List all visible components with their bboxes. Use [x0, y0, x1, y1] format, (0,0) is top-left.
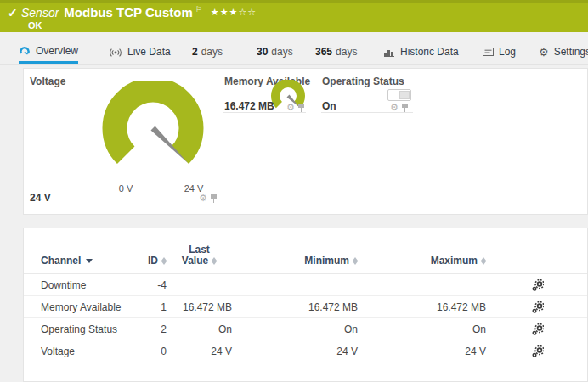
- gear-icon[interactable]: ⚙: [286, 103, 295, 112]
- sensor-status-bar: ✓ SensorModbus TCP Custom⚐★★★☆☆ OK: [0, 0, 588, 32]
- tab-settings[interactable]: ⚙ Settings: [539, 40, 588, 64]
- gauge-icon: [19, 46, 31, 56]
- channel-max: 16.472 MB: [358, 301, 486, 313]
- tab-overview-label: Overview: [36, 45, 78, 57]
- edit-channel-settings-icon[interactable]: [532, 279, 544, 291]
- gauges-panel: Voltage 0 V 24 V 24 V ⚙ Memory Available…: [23, 68, 588, 215]
- gear-icon[interactable]: ⚙: [390, 103, 399, 112]
- tab-30-days[interactable]: 30 days: [257, 40, 293, 64]
- channel-min: 24 V: [232, 345, 358, 357]
- column-header-last-value[interactable]: Last Value: [167, 244, 232, 267]
- column-header-id-label: ID: [148, 255, 158, 267]
- sensor-title: Modbus TCP Custom: [64, 5, 192, 20]
- status-badge: OK: [28, 20, 42, 31]
- voltage-panel-divider: [27, 205, 218, 205]
- tab-2-days-number: 2: [192, 46, 198, 58]
- log-list-icon: [483, 48, 494, 56]
- broadcast-icon: [109, 48, 122, 57]
- table-row-memory-available: Memory Available 1 16.472 MB 16.472 MB 1…: [24, 296, 587, 318]
- operating-panel-tools: ⚙: [390, 103, 409, 112]
- sort-toggle-icon: [212, 257, 217, 265]
- voltage-gauge: [99, 81, 207, 177]
- channel-name[interactable]: Voltage: [41, 345, 134, 357]
- channel-name[interactable]: Operating Status: [41, 323, 134, 335]
- gear-icon[interactable]: ⚙: [199, 194, 207, 203]
- voltage-panel-tools: ⚙: [199, 194, 218, 203]
- bar-chart-icon: [384, 48, 395, 57]
- tab-historic-data-label: Historic Data: [400, 46, 459, 58]
- channel-last: On: [167, 323, 232, 335]
- gear-icon: ⚙: [539, 47, 549, 58]
- voltage-current-value: 24 V: [30, 192, 51, 204]
- channel-min: 16.472 MB: [232, 301, 358, 313]
- memory-panel-tools: ⚙: [286, 103, 305, 112]
- tab-live-data[interactable]: Live Data: [109, 40, 171, 64]
- tab-2-days-unit: days: [201, 46, 223, 58]
- column-header-channel-label: Channel: [41, 255, 81, 267]
- pushpin-icon[interactable]: [297, 103, 305, 112]
- toggle-switch-icon: [387, 89, 411, 101]
- tab-365-days[interactable]: 365 days: [315, 40, 357, 64]
- toggle-knob: [399, 91, 410, 99]
- column-header-id[interactable]: ID: [134, 255, 167, 267]
- channel-max: 24 V: [358, 345, 486, 357]
- tab-overview[interactable]: Overview: [19, 40, 78, 64]
- table-row-voltage: Voltage 0 24 V 24 V 24 V: [24, 340, 587, 362]
- flag-icon[interactable]: ⚐: [195, 5, 202, 14]
- sort-toggle-icon: [481, 257, 486, 265]
- object-kind-label: Sensor: [21, 6, 59, 20]
- pushpin-icon[interactable]: [401, 103, 409, 112]
- operating-panel-divider: [321, 112, 413, 113]
- voltage-gauge-title: Voltage: [30, 76, 65, 87]
- tab-2-days[interactable]: 2 days: [192, 40, 223, 64]
- status-check-icon: ✓: [8, 6, 18, 20]
- priority-stars[interactable]: ★★★☆☆: [211, 7, 257, 17]
- column-header-channel[interactable]: Channel: [41, 255, 134, 267]
- channel-id: 2: [134, 323, 167, 335]
- column-header-maximum-label: Maximum: [431, 255, 478, 267]
- column-header-maximum[interactable]: Maximum: [358, 255, 486, 267]
- channel-name[interactable]: Downtime: [41, 279, 134, 291]
- table-row-downtime: Downtime -4: [24, 274, 587, 296]
- operating-status-value: On: [322, 100, 336, 112]
- tab-365-days-unit: days: [336, 46, 357, 58]
- tab-settings-label: Settings: [554, 46, 588, 58]
- channel-last: 24 V: [167, 345, 232, 357]
- edit-channel-settings-icon[interactable]: [532, 301, 544, 313]
- tab-365-days-number: 365: [315, 46, 332, 58]
- voltage-scale-min: 0 V: [109, 183, 143, 194]
- edit-channel-settings-icon[interactable]: [532, 323, 544, 335]
- tab-log-label: Log: [499, 46, 516, 58]
- table-row-operating-status: Operating Status 2 On On On: [24, 318, 587, 340]
- edit-channel-settings-icon[interactable]: [532, 345, 544, 357]
- operating-status-title: Operating Status: [322, 76, 404, 87]
- channel-max: On: [358, 323, 486, 335]
- channel-name[interactable]: Memory Available: [41, 301, 134, 313]
- column-header-minimum-label: Minimum: [304, 255, 349, 267]
- tab-log[interactable]: Log: [483, 40, 516, 64]
- column-header-value-label: Value: [182, 256, 208, 267]
- tab-30-days-number: 30: [257, 46, 268, 58]
- channel-last: 16.472 MB: [167, 301, 232, 313]
- memory-current-value: 16.472 MB: [224, 100, 274, 112]
- channel-id: 0: [134, 345, 167, 357]
- channel-min: On: [232, 323, 358, 335]
- channel-table-header: Channel ID Last Value Minimum Maximum: [24, 244, 587, 274]
- pushpin-icon[interactable]: [210, 194, 218, 203]
- channel-id: 1: [134, 301, 167, 313]
- tab-bar: Overview Live Data 2 days 30 days 365 da…: [0, 35, 588, 65]
- channel-id: -4: [134, 279, 167, 291]
- tab-live-data-label: Live Data: [127, 46, 171, 58]
- tab-historic-data[interactable]: Historic Data: [384, 40, 459, 64]
- sort-desc-icon: [86, 259, 93, 263]
- memory-panel-divider: [223, 112, 306, 113]
- column-header-minimum[interactable]: Minimum: [232, 255, 358, 267]
- channel-table-panel: Channel ID Last Value Minimum Maximum Do…: [23, 228, 588, 382]
- tab-30-days-unit: days: [271, 46, 292, 58]
